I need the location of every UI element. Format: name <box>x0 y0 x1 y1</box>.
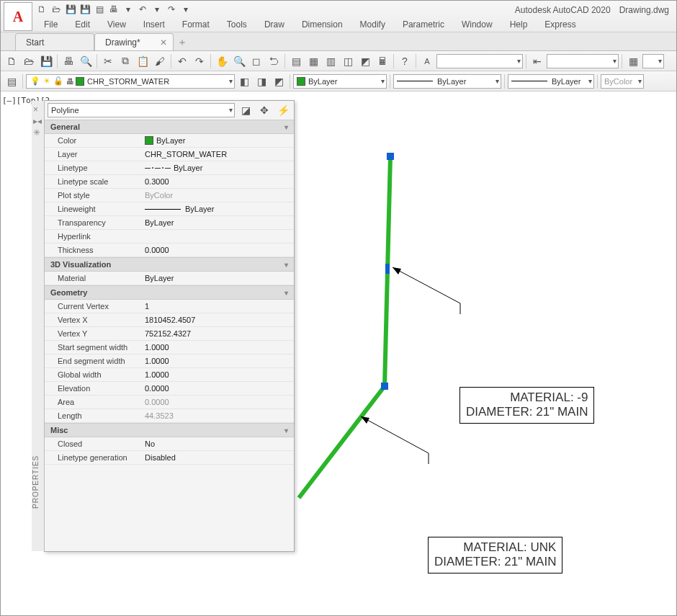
layer-make-icon[interactable]: ◧ <box>236 73 252 89</box>
menu-modify[interactable]: Modify <box>351 18 394 31</box>
new-icon[interactable]: 🗋 <box>35 3 48 16</box>
prop-plotstyle[interactable]: Plot styleByColor <box>45 189 294 202</box>
callout-2[interactable]: MATERIAL: UNK DIAMETER: 21" MAIN <box>428 537 562 573</box>
prop-material[interactable]: MaterialByLayer <box>45 272 294 285</box>
preview-icon[interactable]: 🔍 <box>78 53 94 69</box>
undo-icon[interactable]: ↶ <box>174 53 190 69</box>
menu-window[interactable]: Window <box>453 18 501 31</box>
tab-start[interactable]: Start <box>15 33 94 50</box>
prop-thickness[interactable]: Thickness0.0000 <box>45 244 294 257</box>
menu-tools[interactable]: Tools <box>218 18 256 31</box>
prop-ltgen[interactable]: Linetype generationDisabled <box>45 451 294 465</box>
prop-vertex-x[interactable]: Vertex X1810452.4507 <box>45 313 294 327</box>
cloud-icon[interactable]: ▤ <box>93 3 106 16</box>
prop-ltscale[interactable]: Linetype scale0.3000 <box>45 175 294 189</box>
save-icon[interactable]: 💾 <box>64 3 77 16</box>
grip-icon[interactable] <box>387 153 394 160</box>
properties-sidebar[interactable]: ×▸◂✳ PROPERTIES <box>32 101 45 551</box>
cut-icon[interactable]: ✂ <box>100 53 116 69</box>
new-icon[interactable]: 🗋 <box>4 53 19 69</box>
prop-curvertex[interactable]: Current Vertex1 <box>45 300 294 313</box>
close-icon[interactable]: ✕ <box>160 37 167 48</box>
toggle-pickadd-icon[interactable]: ◪ <box>238 102 254 118</box>
plot-drop-icon[interactable]: ▾ <box>122 3 135 16</box>
match-icon[interactable]: 🖌 <box>152 53 168 69</box>
linetype-combo[interactable]: ByLayer <box>393 74 501 89</box>
save-icon[interactable]: 💾 <box>38 53 54 69</box>
menu-parametric[interactable]: Parametric <box>394 18 453 31</box>
saveall-icon[interactable]: 💾 <box>79 3 91 16</box>
menu-format[interactable]: Format <box>174 18 218 31</box>
prop-start-width[interactable]: Start segment width1.0000 <box>45 341 294 354</box>
menu-dimension[interactable]: Dimension <box>293 18 351 31</box>
menu-insert[interactable]: Insert <box>135 18 174 31</box>
prop-area[interactable]: Area0.0000 <box>45 396 294 409</box>
prop-length[interactable]: Length44.3523 <box>45 409 294 423</box>
prop-end-width[interactable]: End segment width1.0000 <box>45 354 294 368</box>
plot-icon[interactable]: 🖶 <box>107 3 120 16</box>
grip-icon[interactable] <box>385 264 390 274</box>
object-type-combo[interactable]: Polyline <box>48 103 235 117</box>
menu-view[interactable]: View <box>99 18 135 31</box>
color-combo[interactable]: ByLayer <box>293 74 387 89</box>
prop-linetype[interactable]: LinetypeByLayer <box>45 161 294 175</box>
ssm-icon[interactable]: ◫ <box>340 53 356 69</box>
close-panel-icon[interactable]: ×▸◂✳ <box>33 104 42 138</box>
prop-transparency[interactable]: TransparencyByLayer <box>45 216 294 230</box>
grip-icon[interactable] <box>381 383 388 390</box>
zoomw-icon[interactable]: ◻ <box>248 53 264 69</box>
dcenter-icon[interactable]: ▦ <box>305 53 321 69</box>
open-icon[interactable]: 🗁 <box>50 3 63 16</box>
print-icon[interactable]: 🖶 <box>60 53 76 69</box>
callout-1[interactable]: MATERIAL: -9 DIAMETER: 21" MAIN <box>459 387 594 424</box>
prop-closed[interactable]: ClosedNo <box>45 437 294 451</box>
zoom-icon[interactable]: 🔍 <box>231 53 247 69</box>
section-misc[interactable]: Misc▾ <box>45 423 294 437</box>
section-3dviz[interactable]: 3D Visualization▾ <box>45 257 294 272</box>
prop-color[interactable]: ColorByLayer <box>45 134 294 148</box>
polyline-segment-2[interactable] <box>299 386 385 498</box>
layer-prev-icon[interactable]: ◨ <box>254 73 269 89</box>
prop-hyperlink[interactable]: Hyperlink <box>45 230 294 244</box>
menu-help[interactable]: Help <box>501 18 537 31</box>
props-icon[interactable]: ▤ <box>288 53 304 69</box>
plotstyle-combo[interactable]: ByColor <box>601 74 644 89</box>
table-icon[interactable]: ▦ <box>625 53 641 69</box>
redo-icon[interactable]: ↷ <box>165 3 178 16</box>
paste-icon[interactable]: 📋 <box>135 53 151 69</box>
calc-icon[interactable]: 🖩 <box>375 53 390 69</box>
menu-express[interactable]: Express <box>536 18 584 31</box>
annoscale-icon[interactable]: A <box>419 53 435 69</box>
select-objects-icon[interactable]: ✥ <box>256 102 272 118</box>
textstyle-combo[interactable] <box>436 54 523 68</box>
zoomprev-icon[interactable]: ⮌ <box>266 53 282 69</box>
add-tab-icon[interactable]: ＋ <box>174 35 191 50</box>
menu-file[interactable]: File <box>35 18 66 31</box>
open-icon[interactable]: 🗁 <box>21 53 37 69</box>
redo-drop-icon[interactable]: ▾ <box>179 3 192 16</box>
layer-state-icon[interactable]: ◩ <box>271 73 287 89</box>
prop-elevation[interactable]: Elevation0.0000 <box>45 382 294 396</box>
pan-icon[interactable]: ✋ <box>214 53 230 69</box>
prop-lineweight[interactable]: LineweightByLayer <box>45 202 294 216</box>
menu-edit[interactable]: Edit <box>66 18 99 31</box>
menu-draw[interactable]: Draw <box>256 18 293 31</box>
redo-icon[interactable]: ↷ <box>192 53 207 69</box>
layer-combo[interactable]: 💡 ☀ 🔓 🖶 CHR_STORM_WATER <box>26 74 235 89</box>
tablestyle-combo[interactable] <box>642 54 664 68</box>
toolpal-icon[interactable]: ▥ <box>323 53 338 69</box>
prop-layer[interactable]: LayerCHR_STORM_WATER <box>45 148 294 161</box>
undo-icon[interactable]: ↶ <box>136 3 149 16</box>
prop-vertex-y[interactable]: Vertex Y752152.4327 <box>45 327 294 341</box>
section-geometry[interactable]: Geometry▾ <box>45 285 294 300</box>
help-icon[interactable]: ? <box>397 53 413 69</box>
quick-select-icon[interactable]: ⚡ <box>275 102 291 118</box>
copy-icon[interactable]: ⧉ <box>117 53 133 69</box>
app-icon[interactable]: A <box>4 2 32 31</box>
mark-icon[interactable]: ◩ <box>357 53 373 69</box>
tab-drawing[interactable]: Drawing* ✕ <box>94 33 174 50</box>
section-general[interactable]: General▾ <box>45 120 294 134</box>
undo-drop-icon[interactable]: ▾ <box>151 3 163 16</box>
lineweight-combo[interactable]: ByLayer <box>508 74 594 89</box>
prop-global-width[interactable]: Global width1.0000 <box>45 368 294 382</box>
